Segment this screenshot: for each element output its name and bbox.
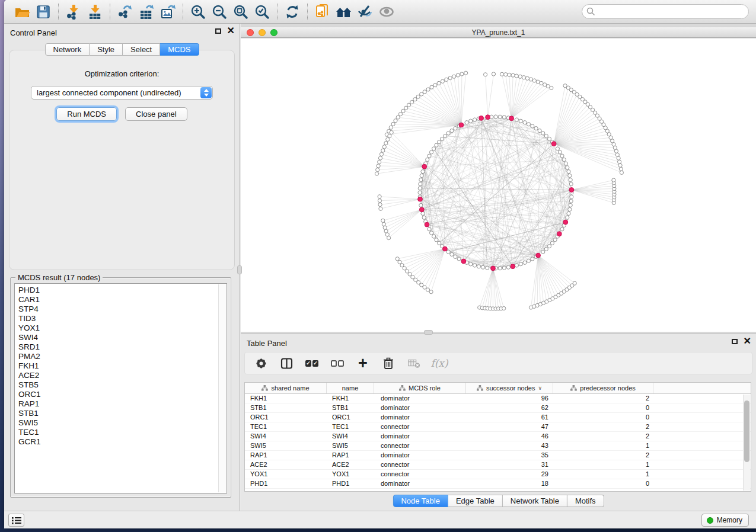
mcds-result-item[interactable]: STP4 [18,305,227,314]
close-panel-icon[interactable]: ✕ [744,338,751,344]
show-all-button[interactable] [376,2,397,22]
mcds-list-scrollbar[interactable] [218,284,226,492]
mcds-result-item[interactable]: PHD1 [18,286,227,295]
column-header-mcds-role[interactable]: MCDS role [374,383,466,393]
table-cell: 31 [466,460,553,469]
import-table-button[interactable] [84,2,106,22]
mcds-result-item[interactable]: CAR1 [18,295,227,305]
mcds-result-item[interactable]: SWI5 [18,418,227,428]
show-columns-button[interactable] [280,356,293,370]
search-input[interactable] [595,7,744,17]
float-panel-icon[interactable] [215,28,221,34]
table-cell: STB1 [245,403,327,412]
table-scrollbar-thumb[interactable] [744,400,749,462]
export-network-button[interactable] [114,2,136,22]
fx-icon: f(x) [430,357,448,369]
mcds-result-item[interactable]: TEC1 [18,428,227,437]
table-toolbar: ✓ ✓ + f(x) [244,352,752,374]
zoom-fit-icon [233,4,248,20]
zoom-fit-button[interactable] [230,2,251,22]
table-cell: connector [374,460,466,469]
export-table-button[interactable] [136,2,157,22]
close-panel-button[interactable]: Close panel [125,107,187,121]
delete-table-button[interactable] [407,356,420,370]
mcds-result-item[interactable]: SWI4 [18,333,227,342]
import-table-icon [87,4,103,20]
namespace-icon [477,385,483,391]
table-row[interactable]: ORC1ORC1dominator610 [245,413,751,422]
table-row[interactable]: SWI5SWI5connector431 [245,441,751,451]
memory-button[interactable]: Memory [701,514,749,527]
column-header-successor-nodes[interactable]: successor nodes∨ [466,383,553,393]
network-canvas[interactable] [241,39,756,332]
tab-motifs[interactable]: Motifs [567,495,604,507]
table-row[interactable]: PHD1PHD1dominator180 [245,479,751,489]
zoom-out-button[interactable] [209,2,230,22]
mcds-result-item[interactable]: PMA2 [18,352,227,361]
close-window-icon[interactable] [247,29,254,36]
toolbar-separator [277,4,277,20]
mcds-result-item[interactable]: GCR1 [18,437,227,447]
zoom-in-button[interactable] [187,2,209,22]
create-column-button[interactable]: + [356,356,369,370]
column-header-shared-name[interactable]: shared name [245,383,327,393]
table-row[interactable]: TEC1TEC1connector472 [245,422,751,432]
hide-selected-button[interactable] [355,2,376,22]
function-builder-button[interactable]: f(x) [433,356,446,370]
horizontal-splitter-grip[interactable] [424,330,433,335]
import-network-icon [66,4,81,20]
mcds-result-item[interactable]: YOX1 [18,323,227,333]
table-row[interactable]: STB1STB1dominator620 [245,403,751,413]
open-session-button[interactable] [11,2,33,22]
table-row[interactable]: FKH1FKH1dominator962 [245,394,751,403]
home-button[interactable] [333,2,355,22]
mcds-result-item[interactable]: TID3 [18,314,227,323]
table-row[interactable]: YOX1YOX1connector291 [245,470,751,479]
search-box[interactable] [582,4,749,19]
column-header-predecessor-nodes[interactable]: predecessor nodes [553,383,653,393]
table-row[interactable]: RAP1RAP1dominator352 [245,451,751,460]
tab-network[interactable]: Network [44,43,90,56]
zoom-selected-button[interactable] [251,2,273,22]
namespace-icon [399,385,406,391]
maximize-window-icon[interactable] [270,29,277,36]
mcds-result-item[interactable]: FKH1 [18,361,227,371]
criterion-dropdown[interactable]: largest connected component (undirected) [31,86,213,100]
table-row[interactable]: ACE2ACE2connector311 [245,460,751,470]
share-document-button[interactable] [312,2,333,22]
vertical-splitter-grip[interactable] [237,265,242,274]
tab-node-table[interactable]: Node Table [393,495,448,507]
namespace-icon [261,385,268,391]
mcds-result-item[interactable]: STB1 [18,409,227,418]
export-image-button[interactable] [157,2,178,22]
deselect-all-columns-button[interactable] [331,356,344,370]
tab-edge-table[interactable]: Edge Table [448,495,503,507]
column-label: shared name [271,384,309,392]
save-session-button[interactable] [33,2,54,22]
select-all-columns-button[interactable]: ✓ ✓ [305,356,318,370]
mcds-result-item[interactable]: RAP1 [18,399,227,409]
tab-style[interactable]: Style [90,43,123,56]
tab-select[interactable]: Select [123,43,160,56]
show-panels-button[interactable] [8,514,24,527]
delete-column-button[interactable] [382,356,395,370]
float-panel-icon[interactable] [732,339,738,344]
column-header-name[interactable]: name [327,383,374,393]
application-window: Control Panel ✕ NetworkStyleSelectMCDS O… [4,0,756,528]
table-scrollbar[interactable] [743,395,750,491]
table-row[interactable]: SWI4SWI4dominator462 [245,432,751,441]
open-folder-icon [14,5,30,19]
run-mcds-button[interactable]: Run MCDS [56,107,117,121]
table-settings-button[interactable] [254,356,267,370]
gear-icon [255,357,267,370]
mcds-result-item[interactable]: ACE2 [18,371,227,380]
tab-network-table[interactable]: Network Table [503,495,567,507]
import-network-button[interactable] [63,2,84,22]
tab-mcds[interactable]: MCDS [160,43,199,56]
close-panel-icon[interactable]: ✕ [227,28,235,34]
mcds-result-item[interactable]: ORC1 [18,390,227,399]
minimize-window-icon[interactable] [259,29,266,36]
mcds-result-item[interactable]: STB5 [18,380,227,390]
mcds-result-item[interactable]: SRD1 [18,342,227,352]
refresh-layout-button[interactable] [282,2,303,22]
